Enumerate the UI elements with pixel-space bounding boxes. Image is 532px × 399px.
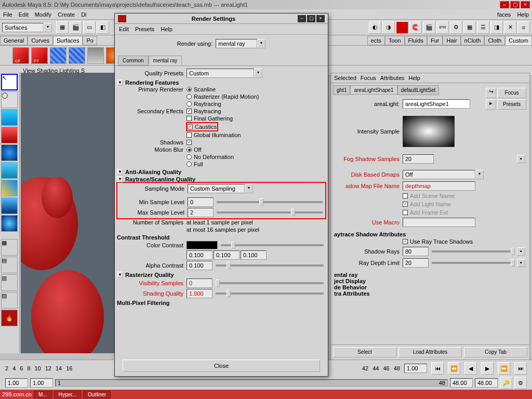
collapse-icon[interactable]: ▾ (117, 79, 123, 86)
attr-menu-focus[interactable]: Focus (361, 75, 376, 81)
presets-button[interactable]: Presets (497, 99, 526, 110)
vis-samples-slider[interactable] (216, 282, 324, 284)
visibility-samples-input[interactable] (187, 278, 212, 288)
collapse-icon[interactable]: ▾ (117, 176, 123, 182)
chevron-down-icon[interactable]: ▾ (44, 23, 52, 32)
range-start-input[interactable] (5, 378, 28, 388)
focus-button[interactable]: Focus (497, 88, 526, 98)
range-end2-input[interactable] (475, 378, 498, 388)
radio-scanline[interactable] (187, 87, 192, 92)
shelf-tab[interactable]: General (0, 36, 28, 45)
manip-tool-icon[interactable] (1, 180, 18, 196)
shelf-icon[interactable] (87, 47, 104, 64)
color-contrast-slider[interactable] (221, 244, 324, 246)
checkbox-global-illumination[interactable] (187, 132, 192, 138)
radio-rasterizer[interactable] (187, 94, 192, 99)
section-extra-attr[interactable]: tra Attributes (334, 290, 370, 297)
map-button[interactable]: ▪ (517, 259, 525, 267)
intensity-swatch[interactable] (403, 116, 455, 147)
max-sample-slider[interactable] (217, 211, 323, 214)
shelf-tab[interactable]: Toon (385, 36, 405, 45)
move-tool-icon[interactable] (1, 127, 18, 143)
section-object-display[interactable]: ject Display (334, 278, 366, 284)
tool-icon[interactable]: ▦ (463, 21, 476, 34)
ray-depth-slider[interactable] (432, 262, 515, 264)
tool-icon[interactable]: ◨ (490, 21, 503, 34)
paint-tool-icon[interactable] (1, 109, 18, 126)
presets-icon[interactable]: ▸ (486, 99, 496, 110)
cc-r-input[interactable] (187, 250, 212, 260)
shelf-tab[interactable]: nCloth (461, 36, 485, 45)
scale-tool-icon[interactable] (1, 162, 18, 179)
checkbox-add-light[interactable]: ✓ (403, 202, 408, 207)
checkbox-caustics[interactable]: ✓ (188, 124, 193, 129)
menu-file[interactable]: File (3, 11, 12, 18)
tool-icon[interactable] (396, 21, 408, 34)
load-attributes-button[interactable]: Load Attributes (398, 347, 462, 357)
radio-no-deform[interactable] (187, 154, 192, 159)
chevron-down-icon[interactable]: ▾ (245, 184, 253, 193)
shelf-tab[interactable]: ects (367, 36, 385, 45)
shelf-tab[interactable]: Fluids (405, 36, 427, 45)
attr-tab[interactable]: ght1 (333, 85, 350, 95)
radio-off[interactable] (187, 147, 192, 152)
mode-dropdown[interactable]: ▾ (2, 23, 52, 32)
shadow-rays-slider[interactable] (432, 250, 515, 252)
close-button[interactable]: × (521, 1, 530, 8)
checkbox-add-frame[interactable] (403, 210, 408, 215)
rewind-icon[interactable]: ⏮ (431, 362, 444, 375)
chevron-down-icon[interactable]: ▾ (257, 39, 265, 48)
lasso-tool-icon[interactable]: ◯ (1, 91, 18, 108)
tool-icon[interactable]: ≡ (517, 21, 530, 34)
sampling-mode-dropdown[interactable]: ▾ (188, 184, 253, 193)
section-mental-ray[interactable]: ental ray (334, 272, 357, 278)
task-item[interactable]: Outliner (83, 391, 111, 398)
checkbox-use-rt-shadows[interactable]: ✓ (403, 239, 408, 244)
range-slider[interactable]: 148 (55, 379, 448, 387)
radio-raytracing[interactable] (187, 101, 192, 107)
smap-filename-input[interactable] (403, 181, 475, 191)
settings-icon[interactable]: ⚙ (514, 377, 527, 389)
shelf-tab[interactable]: Fur (427, 36, 443, 45)
fog-shadow-input[interactable] (403, 154, 434, 164)
min-sample-input[interactable] (188, 197, 214, 207)
attr-tab[interactable]: areaLightShape1 (350, 85, 397, 95)
soft-tool-icon[interactable] (1, 215, 18, 232)
attr-menu-selected[interactable]: Selected (334, 75, 356, 81)
mode-value[interactable] (2, 23, 44, 32)
dialog-max-button[interactable]: ▢ (307, 15, 315, 22)
dialog-menu-help[interactable]: Help (161, 26, 172, 32)
alpha-contrast-slider[interactable] (216, 264, 324, 267)
attr-tab[interactable]: defaultLightSet (397, 85, 440, 95)
layout-icon[interactable]: ▤ (1, 257, 18, 273)
dialog-menu-edit[interactable]: Edit (119, 26, 129, 32)
close-button[interactable]: Close (123, 360, 320, 372)
checkbox-add-scene[interactable] (403, 193, 408, 198)
time-input[interactable] (404, 364, 427, 373)
dialog-min-button[interactable]: – (298, 15, 306, 22)
color-swatch[interactable] (187, 241, 218, 249)
tool-icon[interactable]: ◑ (382, 21, 395, 34)
cc-b-input[interactable] (241, 250, 267, 260)
render-using-dropdown[interactable]: ▾ (216, 39, 265, 48)
radio-full[interactable] (187, 162, 192, 167)
tool-icon[interactable]: ◐ (369, 21, 381, 34)
cc-g-input[interactable] (214, 250, 240, 260)
menu-create[interactable]: Create (58, 11, 75, 18)
render-icon[interactable]: 🎬 (423, 21, 435, 34)
shelf-tab[interactable]: Custom (505, 36, 532, 45)
range-end-input[interactable] (450, 378, 473, 388)
menu-help[interactable]: Help (517, 11, 529, 18)
max-button[interactable]: ▢ (510, 1, 520, 8)
select-button[interactable]: Select (333, 347, 396, 357)
menu-faces[interactable]: faces (497, 11, 511, 18)
ray-depth-input[interactable] (403, 258, 429, 268)
attr-menu-help[interactable]: Help (408, 75, 420, 81)
copy-tab-button[interactable]: Copy Tab (464, 347, 527, 357)
tool-icon[interactable]: ▦ (56, 21, 69, 34)
disk-dmaps-dropdown[interactable]: ▾ (403, 170, 484, 179)
shelf-tab[interactable]: Hair (443, 36, 460, 45)
step-back-icon[interactable]: ⏪ (448, 362, 460, 375)
render-using-value[interactable] (216, 39, 257, 48)
go-icon[interactable]: ↪ (486, 88, 496, 98)
